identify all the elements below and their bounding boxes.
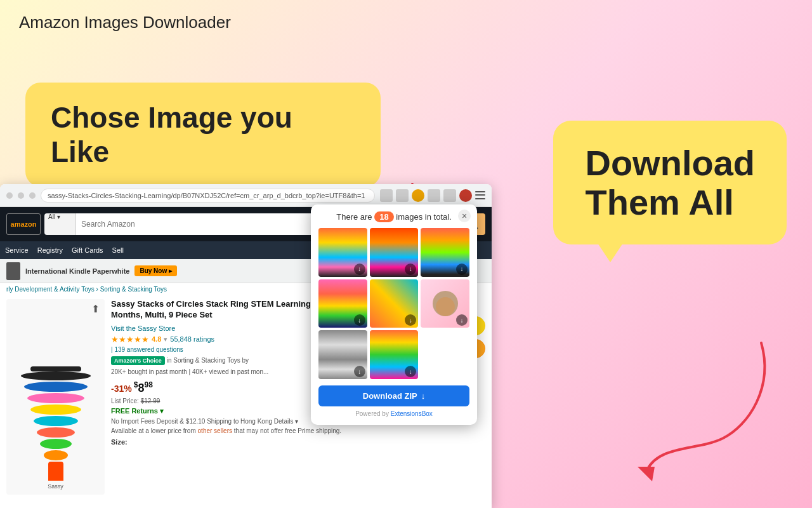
download-thumb-5[interactable]: ↓ xyxy=(405,314,416,326)
search-category-select[interactable]: All ▾ xyxy=(44,213,76,235)
extension-icon[interactable] xyxy=(412,189,424,202)
browser-dot-2 xyxy=(18,192,24,199)
other-sellers-link[interactable]: other sellers xyxy=(198,427,232,434)
download-icon[interactable] xyxy=(428,189,440,202)
image-thumb-8[interactable]: ↓ xyxy=(370,330,419,379)
bubble-right: Download Them All xyxy=(553,121,787,244)
nav-gift-cards[interactable]: Gift Cards xyxy=(72,246,103,254)
brand-label: Sassy xyxy=(48,483,63,490)
popup-footer: Powered by ExtensionsBox xyxy=(318,410,469,417)
url-text: sassy-Stacks-Circles-Stacking-Learning/d… xyxy=(48,192,365,199)
download-thumb-4[interactable]: ↓ xyxy=(354,314,365,326)
svg-marker-1 xyxy=(638,467,655,481)
download-zip-label: Download ZIP xyxy=(363,391,417,401)
browser-bar: sassy-Stacks-Circles-Stacking-Learning/d… xyxy=(0,184,492,207)
rating-value: 4.8 xyxy=(152,335,161,343)
tab-icon[interactable] xyxy=(443,189,456,202)
discount-badge: -31% xyxy=(111,384,132,394)
download-thumb-6[interactable]: ↓ xyxy=(456,314,468,326)
image-count-badge: 18 xyxy=(374,211,393,222)
bubble-left-text: Chose Image you Like xyxy=(51,101,292,168)
image-thumb-4[interactable]: ↓ xyxy=(318,279,367,328)
popup-close-button[interactable]: × xyxy=(458,210,471,222)
browser-dot-3 xyxy=(29,192,36,199)
menu-icon[interactable] xyxy=(475,190,485,201)
popup-header: There are 18 images in total. xyxy=(318,212,469,222)
nav-registry[interactable]: Registry xyxy=(37,246,63,254)
seller-info: Available at a lower price from other se… xyxy=(111,427,377,434)
product-toy-image: Sassy xyxy=(6,299,105,495)
browser-dot-1 xyxy=(6,192,13,199)
download-thumb-3[interactable]: ↓ xyxy=(456,264,468,275)
bookmark-icon[interactable] xyxy=(396,189,409,202)
image-thumb-5[interactable]: ↓ xyxy=(370,279,419,328)
nav-sell[interactable]: Sell xyxy=(112,246,124,254)
download-thumb-2[interactable]: ↓ xyxy=(405,264,416,275)
browser-window: sassy-Stacks-Circles-Stacking-Learning/d… xyxy=(0,184,492,508)
nav-service[interactable]: Service xyxy=(5,246,29,254)
extension-popup: × There are 18 images in total. ↓ ↓ ↓ ↓ … xyxy=(311,204,477,425)
bubble-left: Chose Image you Like xyxy=(25,83,381,187)
download-thumb-8[interactable]: ↓ xyxy=(405,366,416,377)
browser-icons xyxy=(380,189,485,202)
rating-count[interactable]: 55,848 ratings xyxy=(170,335,214,343)
bubble-right-text: Download Them All xyxy=(585,144,755,222)
extensions-box-brand: ExtensionsBox xyxy=(391,410,433,417)
arrow-right xyxy=(609,337,774,495)
choice-badge: Amazon's Choice xyxy=(111,356,165,365)
image-thumb-6[interactable]: ↓ xyxy=(421,279,469,328)
kindle-banner-text: International Kindle Paperwhite xyxy=(25,267,129,275)
size-label: Size: xyxy=(111,438,377,446)
share-icon[interactable] xyxy=(380,189,393,202)
image-thumb-3[interactable]: ↓ xyxy=(421,228,469,277)
amazon-logo: amazon xyxy=(6,213,41,235)
image-grid: ↓ ↓ ↓ ↓ ↓ ↓ ↓ ↓ xyxy=(318,228,469,379)
download-zip-icon: ↓ xyxy=(421,391,426,401)
choice-category: in Sorting & Stacking Toys by xyxy=(167,357,249,364)
share-product-icon[interactable]: ⬆ xyxy=(91,303,100,315)
download-zip-button[interactable]: Download ZIP ↓ xyxy=(318,385,469,406)
browser-url-bar[interactable]: sassy-Stacks-Circles-Stacking-Learning/d… xyxy=(41,189,375,203)
app-title: Amazon Images Downloader xyxy=(19,13,231,32)
image-thumb-1[interactable]: ↓ xyxy=(318,228,367,277)
product-image-area: ⬆ Sassy xyxy=(6,299,105,495)
star-rating: ★★★★★ xyxy=(111,335,149,344)
image-thumb-7[interactable]: ↓ xyxy=(318,330,367,379)
image-thumb-2[interactable]: ↓ xyxy=(370,228,419,277)
download-thumb-7[interactable]: ↓ xyxy=(354,366,365,377)
profile-icon[interactable] xyxy=(459,189,472,202)
kindle-image xyxy=(6,262,20,280)
product-price: $898 xyxy=(134,382,153,394)
download-thumb-1[interactable]: ↓ xyxy=(354,264,365,275)
kindle-buy-button[interactable]: Buy Now ▸ xyxy=(134,265,177,276)
